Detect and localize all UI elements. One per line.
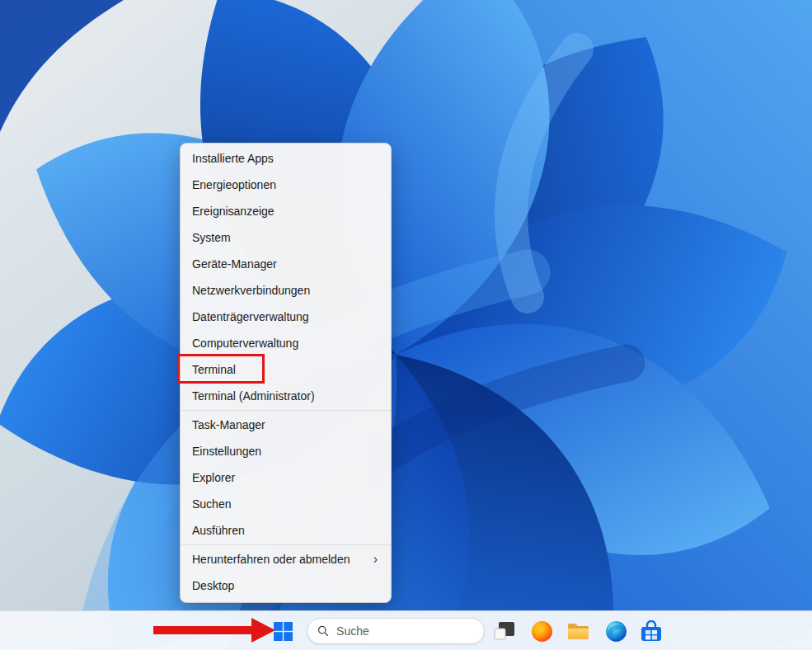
edge-icon <box>605 620 627 643</box>
chevron-right-icon: › <box>373 553 378 566</box>
menu-item-terminal-admin[interactable]: Terminal (Administrator) <box>181 383 391 409</box>
menu-item-label: Terminal <box>192 363 236 376</box>
task-view-icon <box>494 621 515 641</box>
menu-item-settings[interactable]: Einstellungen <box>181 438 391 464</box>
edge-button[interactable] <box>603 619 628 643</box>
microsoft-store-button[interactable] <box>639 619 664 643</box>
desktop: Installierte Apps Energieoptionen Ereign… <box>0 0 812 650</box>
menu-separator <box>181 544 391 545</box>
menu-separator <box>181 410 391 411</box>
menu-item-label: Suchen <box>192 497 231 511</box>
menu-item-label: Task-Manager <box>192 418 265 431</box>
menu-item-shutdown-or-signout[interactable]: Herunterfahren oder abmelden › <box>181 546 391 572</box>
search-input[interactable] <box>336 624 474 638</box>
menu-item-label: Ausführen <box>192 524 245 537</box>
menu-item-label: Netzwerkverbindungen <box>192 284 310 297</box>
menu-item-task-manager[interactable]: Task-Manager <box>181 412 391 438</box>
menu-item-disk-management[interactable]: Datenträgerverwaltung <box>181 304 391 330</box>
menu-item-label: Terminal (Administrator) <box>192 389 315 403</box>
menu-item-label: Computerverwaltung <box>192 337 298 350</box>
menu-item-label: Desktop <box>192 579 234 592</box>
taskbar-search[interactable] <box>307 618 485 644</box>
menu-item-explorer[interactable]: Explorer <box>181 464 391 491</box>
menu-item-label: Ereignisanzeige <box>192 205 275 218</box>
menu-item-computer-management[interactable]: Computerverwaltung <box>181 330 391 356</box>
menu-item-desktop[interactable]: Desktop <box>181 572 391 599</box>
task-view-button[interactable] <box>492 619 517 643</box>
menu-item-network-connections[interactable]: Netzwerkverbindungen <box>181 277 391 304</box>
menu-item-label: Datenträgerverwaltung <box>192 310 309 323</box>
microsoft-store-icon <box>641 620 662 643</box>
firefox-button[interactable] <box>529 619 554 643</box>
desktop-wallpaper <box>0 0 812 650</box>
menu-item-event-viewer[interactable]: Ereignisanzeige <box>181 198 391 224</box>
start-icon <box>273 621 293 642</box>
menu-item-power-options[interactable]: Energieoptionen <box>181 172 391 198</box>
menu-item-label: Energieoptionen <box>192 178 276 191</box>
firefox-icon <box>531 620 553 643</box>
file-explorer-icon <box>567 622 589 640</box>
menu-item-label: Explorer <box>192 471 235 484</box>
menu-item-label: System <box>192 231 231 244</box>
menu-item-run[interactable]: Ausführen <box>181 517 391 544</box>
menu-item-label: Einstellungen <box>192 445 261 458</box>
menu-item-search[interactable]: Suchen <box>181 491 391 517</box>
menu-item-label: Installierte Apps <box>192 152 274 165</box>
menu-item-label: Geräte-Manager <box>192 257 277 271</box>
start-button[interactable] <box>270 619 295 643</box>
winx-context-menu: Installierte Apps Energieoptionen Ereign… <box>180 143 392 603</box>
menu-item-label: Herunterfahren oder abmelden <box>192 553 350 566</box>
file-explorer-button[interactable] <box>566 619 590 643</box>
menu-item-system[interactable]: System <box>181 224 391 251</box>
menu-item-terminal[interactable]: Terminal <box>181 356 391 383</box>
menu-item-installed-apps[interactable]: Installierte Apps <box>181 145 391 172</box>
taskbar <box>0 610 812 650</box>
menu-item-device-manager[interactable]: Geräte-Manager <box>181 251 391 277</box>
search-icon <box>317 624 329 638</box>
